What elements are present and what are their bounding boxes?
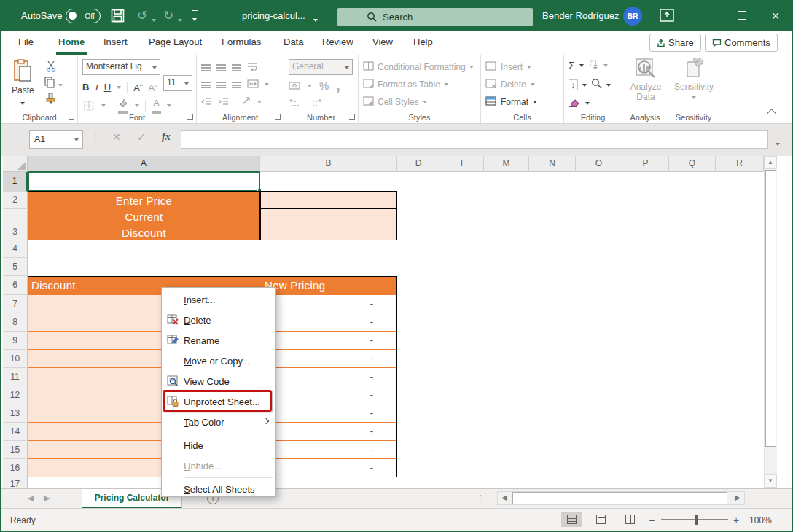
- tab-data[interactable]: Data: [281, 31, 305, 55]
- scroll-left-icon[interactable]: ◀: [501, 493, 507, 501]
- column-header-d[interactable]: D: [397, 156, 440, 172]
- menu-item-hide[interactable]: Hide: [162, 435, 275, 455]
- column-header-i[interactable]: I: [440, 156, 484, 172]
- cell-b11[interactable]: -: [260, 368, 396, 386]
- format-painter-button[interactable]: [45, 93, 57, 107]
- cell-b10[interactable]: -: [260, 350, 396, 368]
- row-header-13[interactable]: 13: [3, 404, 28, 423]
- find-select-icon[interactable]: [591, 78, 602, 92]
- cell-b2-price-input[interactable]: [260, 191, 397, 209]
- row-header-17[interactable]: 17: [3, 477, 28, 488]
- comma-style-button[interactable]: ,: [336, 82, 340, 90]
- grow-font-button[interactable]: A^: [133, 79, 142, 95]
- page-layout-view-button[interactable]: [590, 512, 611, 527]
- cell-styles-button[interactable]: Cell Styles: [363, 95, 427, 109]
- cell-b14[interactable]: -: [260, 423, 396, 441]
- insert-cells-button[interactable]: Insert: [485, 60, 531, 74]
- cell-b12[interactable]: -: [260, 386, 396, 404]
- splitter-handle-icon[interactable]: ⋮: [477, 493, 485, 503]
- cell-b9[interactable]: -: [260, 332, 396, 350]
- conditional-formatting-button[interactable]: Conditional Formatting: [363, 60, 474, 74]
- borders-dropdown-icon[interactable]: [101, 104, 106, 107]
- font-color-button[interactable]: A: [152, 97, 161, 114]
- quick-access-toolbar-icon[interactable]: [192, 10, 198, 26]
- horizontal-scroll-thumb[interactable]: [512, 492, 727, 504]
- merge-dropdown-icon[interactable]: [265, 83, 269, 86]
- format-as-table-button[interactable]: Format as Table: [363, 78, 448, 91]
- number-format-select[interactable]: General: [289, 59, 353, 75]
- name-box[interactable]: A1: [29, 130, 83, 149]
- column-header-b[interactable]: B: [260, 156, 397, 172]
- scroll-up-icon[interactable]: ▲: [764, 156, 777, 169]
- borders-button[interactable]: [82, 99, 95, 112]
- fill-color-dropdown-icon[interactable]: [135, 104, 139, 107]
- zoom-slider[interactable]: [661, 519, 728, 520]
- font-color-dropdown-icon[interactable]: [167, 104, 171, 107]
- row-header-16[interactable]: 16: [3, 459, 28, 477]
- column-header-a[interactable]: A: [28, 156, 260, 172]
- cell-b6-new-pricing-header[interactable]: New Pricing: [260, 276, 397, 295]
- sheet-nav-prev-icon[interactable]: ◀: [28, 493, 34, 503]
- fill-button[interactable]: ↓: [569, 79, 578, 90]
- wrap-text-icon[interactable]: [247, 60, 258, 74]
- tab-page-layout[interactable]: Page Layout: [147, 31, 204, 55]
- row-header-1[interactable]: 1: [3, 172, 28, 192]
- clipboard-dialog-launcher-icon[interactable]: [69, 114, 74, 120]
- row-header-10[interactable]: 10: [3, 350, 28, 368]
- close-button[interactable]: ×: [759, 1, 792, 31]
- menu-item-select-all-sheets[interactable]: Select All Sheets: [162, 479, 275, 499]
- orientation-icon[interactable]: [241, 95, 251, 109]
- menu-item-unhide[interactable]: Unhide...: [162, 455, 275, 476]
- cell-b13[interactable]: -: [260, 404, 396, 423]
- row-header-2[interactable]: 2: [3, 192, 28, 209]
- sensitivity-button[interactable]: Sensitivity: [672, 58, 716, 102]
- tab-file[interactable]: File: [16, 31, 36, 55]
- cancel-button[interactable]: ✕: [112, 131, 121, 143]
- orientation-dropdown-icon[interactable]: [257, 101, 262, 103]
- format-cells-button[interactable]: Format: [485, 95, 537, 109]
- column-header-m[interactable]: M: [484, 156, 529, 172]
- align-right-icon[interactable]: [232, 82, 241, 88]
- decrease-decimal-icon[interactable]: [310, 97, 322, 110]
- tab-review[interactable]: Review: [320, 31, 356, 55]
- column-header-n[interactable]: N: [529, 156, 576, 172]
- row-header-6[interactable]: 6: [3, 276, 28, 295]
- row-header-9[interactable]: 9: [3, 332, 28, 350]
- align-middle-icon[interactable]: [216, 64, 226, 71]
- vertical-scrollbar[interactable]: ▲ ▼: [764, 156, 777, 488]
- enter-button[interactable]: ✓: [137, 131, 146, 143]
- autosum-button[interactable]: Σ: [569, 59, 575, 72]
- document-title[interactable]: pricing-calcul...: [242, 10, 305, 21]
- search-input[interactable]: Search: [337, 8, 533, 26]
- increase-decimal-icon[interactable]: [289, 97, 301, 110]
- row-header-11[interactable]: 11: [3, 368, 28, 386]
- row-header-8[interactable]: 8: [3, 313, 28, 332]
- row-header-12[interactable]: 12: [3, 386, 28, 404]
- menu-item-move-or-copy[interactable]: Move or Copy...: [162, 351, 275, 371]
- row-header-4[interactable]: 4: [3, 240, 28, 258]
- active-cell-a1[interactable]: [28, 172, 260, 192]
- decrease-indent-icon[interactable]: [201, 95, 212, 109]
- align-left-icon[interactable]: [201, 82, 211, 88]
- clear-icon[interactable]: [569, 97, 581, 110]
- underline-button[interactable]: U: [104, 81, 111, 94]
- bold-button[interactable]: B: [82, 81, 89, 94]
- zoom-out-button[interactable]: −: [649, 515, 655, 526]
- tab-home[interactable]: Home: [56, 31, 87, 55]
- row-header-3[interactable]: 3: [3, 209, 28, 240]
- align-center-icon[interactable]: [216, 82, 226, 88]
- menu-item-delete[interactable]: Delete: [162, 310, 275, 330]
- horizontal-scrollbar[interactable]: ◀ ▶: [497, 491, 745, 505]
- accounting-format-icon[interactable]: [289, 79, 300, 93]
- cell-b7[interactable]: -: [260, 295, 396, 313]
- vertical-scroll-thumb[interactable]: [765, 170, 776, 447]
- avatar[interactable]: BR: [623, 7, 642, 26]
- cell-b8[interactable]: -: [260, 313, 396, 332]
- row-header-14[interactable]: 14: [3, 423, 28, 441]
- select-all-corner[interactable]: [3, 156, 28, 172]
- tab-help[interactable]: Help: [411, 31, 435, 55]
- menu-item-view-code[interactable]: View Code: [162, 371, 275, 391]
- merge-center-icon[interactable]: [247, 78, 259, 91]
- collapse-ribbon-icon[interactable]: [767, 109, 776, 118]
- scroll-down-icon[interactable]: ▼: [764, 474, 777, 488]
